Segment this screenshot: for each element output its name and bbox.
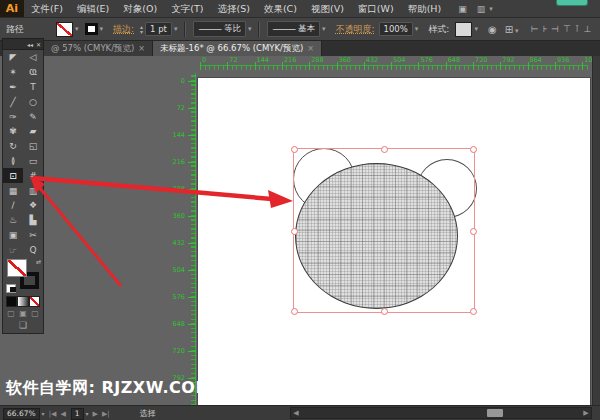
shape-builder-tool[interactable]: ⊡: [3, 168, 23, 183]
stroke-caret-icon[interactable]: ▾: [100, 25, 104, 33]
scroll-right-icon[interactable]: ▶: [581, 408, 591, 418]
style-caret-icon[interactable]: ▾: [474, 25, 478, 33]
menu-item[interactable]: 文件(F): [24, 0, 70, 17]
fill-color-swatch[interactable]: [7, 259, 27, 277]
zoom-caret-icon[interactable]: ▾: [42, 410, 45, 417]
close-tab-icon[interactable]: ×: [138, 44, 145, 53]
fill-caret-icon[interactable]: ▾: [75, 25, 79, 33]
scale-tool[interactable]: ◱: [23, 139, 43, 154]
menu-item[interactable]: 窗口(W): [351, 0, 401, 17]
scrollbar-thumb[interactable]: [487, 409, 503, 417]
profile-caret-icon[interactable]: ▾: [248, 25, 252, 33]
artboard-caret-icon[interactable]: ▾: [86, 410, 89, 417]
draw-inside-mode-icon[interactable]: ▢: [31, 309, 39, 318]
menu-item[interactable]: 文字(T): [164, 0, 210, 17]
menu-item[interactable]: 编辑(E): [70, 0, 116, 17]
default-fill-stroke-icon[interactable]: [6, 284, 16, 293]
menu-item[interactable]: 对象(O): [116, 0, 164, 17]
brush-caret-icon[interactable]: ▾: [322, 25, 326, 33]
gradient-tool[interactable]: ▥: [23, 183, 43, 198]
none-button[interactable]: [29, 296, 40, 307]
selection-handle[interactable]: [381, 146, 388, 153]
perspective-grid-tool[interactable]: #: [23, 168, 43, 183]
opacity-caret-icon[interactable]: ▾: [415, 25, 419, 33]
align-horizontal-left-icon[interactable]: ⊢: [531, 24, 539, 34]
width-tool[interactable]: ≬: [3, 154, 23, 169]
slice-tool[interactable]: ✂: [23, 228, 43, 243]
step-down-icon[interactable]: ▾: [140, 29, 143, 34]
align-horizontal-center-icon[interactable]: ⊦: [542, 24, 547, 34]
selection-handle[interactable]: [291, 308, 298, 315]
ellipse-tool[interactable]: ○: [23, 94, 43, 109]
type-tool[interactable]: T: [23, 80, 43, 95]
column-graph-tool[interactable]: ▙: [23, 213, 43, 228]
selection-handle[interactable]: [470, 146, 477, 153]
opacity-link[interactable]: 不透明度:: [335, 23, 374, 36]
opacity-value[interactable]: 100%: [379, 22, 413, 36]
selection-bounding-box[interactable]: [293, 148, 475, 313]
stroke-weight-value[interactable]: 1 pt: [145, 22, 172, 36]
document-tab-active[interactable]: 未标题-16* @ 66.67% (CMYK/预览) ×: [153, 41, 322, 56]
vertical-scrollbar[interactable]: [592, 56, 600, 405]
rotate-tool[interactable]: ↻: [3, 139, 23, 154]
pencil-tool[interactable]: ✎: [23, 109, 43, 124]
menu-item[interactable]: 帮助(H): [401, 0, 449, 17]
direct-selection-tool[interactable]: ◁: [23, 50, 43, 65]
fill-swatch[interactable]: [56, 22, 73, 37]
recolor-artwork-icon[interactable]: ◉: [488, 24, 497, 35]
align-horizontal-right-icon[interactable]: ⊣: [551, 24, 559, 34]
artboard-tool[interactable]: ▣: [3, 228, 23, 243]
collapse-panel-icon[interactable]: ◂◂: [27, 41, 33, 48]
draw-behind-mode-icon[interactable]: ▣: [19, 309, 27, 318]
gradient-button[interactable]: [17, 296, 28, 307]
menu-item[interactable]: 选择(S): [210, 0, 256, 17]
selection-handle[interactable]: [291, 146, 298, 153]
align-vertical-center-icon[interactable]: ⊺: [575, 24, 580, 34]
color-button[interactable]: [6, 296, 17, 307]
last-artboard-icon[interactable]: ▶|: [102, 410, 110, 418]
paintbrush-tool[interactable]: ✑: [3, 109, 23, 124]
bridge-icon[interactable]: ▣: [458, 4, 467, 14]
selection-handle[interactable]: [381, 308, 388, 315]
stroke-weight-stepper[interactable]: ▴▾: [140, 24, 143, 34]
menu-item[interactable]: 视图(V): [304, 0, 351, 17]
lasso-tool[interactable]: Ҩ: [23, 65, 43, 80]
width-profile-select[interactable]: ———等比: [193, 21, 246, 37]
swap-fill-stroke-icon[interactable]: ⇄: [36, 258, 41, 265]
align-vertical-top-icon[interactable]: ⊤: [563, 24, 571, 34]
free-transform-tool[interactable]: ▭: [23, 154, 43, 169]
blob-brush-tool[interactable]: ✾: [3, 124, 23, 139]
first-artboard-icon[interactable]: |◀: [49, 410, 57, 418]
draw-normal-mode-icon[interactable]: ▢: [7, 309, 15, 318]
blend-tool[interactable]: ❖: [23, 198, 43, 213]
zoom-tool[interactable]: Q: [23, 242, 43, 257]
stroke-link[interactable]: 描边:: [113, 23, 134, 36]
tools-panel-header[interactable]: ◂◂ ✕: [2, 38, 44, 50]
symbol-sprayer-tool[interactable]: ♨: [3, 213, 23, 228]
selection-handle[interactable]: [291, 228, 298, 235]
canvas-area[interactable]: 0721442162883604325045766487207928649361…: [0, 56, 600, 405]
selection-tool[interactable]: ◤: [3, 50, 23, 65]
eraser-tool[interactable]: ▰: [23, 124, 43, 139]
style-swatch[interactable]: [455, 22, 472, 37]
artboard-number-box[interactable]: 1: [71, 408, 84, 420]
eyedropper-tool[interactable]: ∕: [3, 198, 23, 213]
document-tab-inactive[interactable]: @ 57% (CMYK/预览) ×: [44, 41, 153, 56]
stroke-swatch[interactable]: [85, 23, 98, 35]
magic-wand-tool[interactable]: ✶: [3, 65, 23, 80]
brush-select[interactable]: ———基本: [267, 21, 320, 37]
scroll-left-icon[interactable]: ◀: [291, 408, 301, 418]
workspace-switcher[interactable]: ▥▾: [477, 4, 495, 14]
pen-tool[interactable]: ✒: [3, 80, 23, 95]
selection-handle[interactable]: [470, 228, 477, 235]
line-segment-tool[interactable]: ╱: [3, 94, 23, 109]
menu-item[interactable]: 效果(C): [257, 0, 304, 17]
hand-tool[interactable]: ☞: [3, 242, 23, 257]
selection-handle[interactable]: [470, 308, 477, 315]
select-similar-icon[interactable]: ⊞▾: [505, 24, 521, 35]
next-artboard-icon[interactable]: ▶: [93, 410, 98, 418]
previous-artboard-icon[interactable]: ◀: [60, 410, 65, 418]
close-panel-icon[interactable]: ✕: [36, 41, 41, 48]
mesh-tool[interactable]: ▦: [3, 183, 23, 198]
horizontal-scrollbar[interactable]: ◀ ▶: [290, 407, 592, 419]
